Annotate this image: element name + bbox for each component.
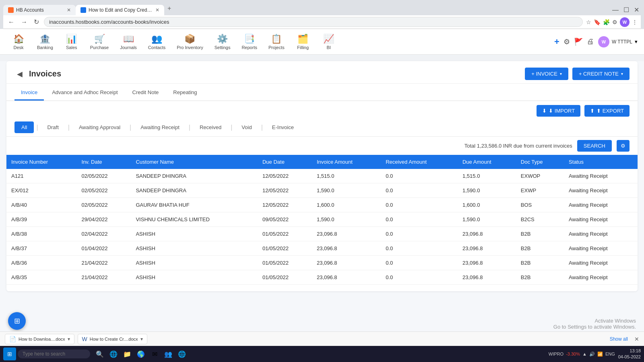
- nav-item-contacts[interactable]: 👥 Contacts: [143, 31, 170, 53]
- header-settings-icon[interactable]: ⚙: [564, 37, 570, 46]
- nav-item-settings[interactable]: ⚙️ Settings: [210, 31, 235, 53]
- tab-close-hb[interactable]: ✕: [67, 7, 71, 13]
- minimize-button[interactable]: —: [611, 6, 620, 14]
- cell-invoice-number: A/B/37: [6, 241, 76, 256]
- bookmark-star-icon[interactable]: ☆: [586, 19, 591, 25]
- status-tab-received[interactable]: Received: [193, 121, 228, 133]
- table-row[interactable]: A/B/36 21/04/2022 ASHISH 01/05/2022 23,0…: [6, 256, 638, 270]
- download-bar-close[interactable]: ✕: [634, 336, 639, 342]
- table-row[interactable]: A/B/37 01/04/2022 ASHISH 01/05/2022 23,0…: [6, 241, 638, 256]
- tab-repeating[interactable]: Repeating: [167, 85, 203, 101]
- header-print-icon[interactable]: 🖨: [587, 37, 594, 46]
- pro-inventory-icon: 📦: [184, 34, 195, 44]
- taskbar-app-folder[interactable]: 📁: [121, 348, 134, 353]
- download-item-1[interactable]: 📄 How to Downloa....docx ▾: [5, 334, 74, 344]
- nav-item-purchase[interactable]: 🛒 Purchase: [85, 31, 114, 53]
- start-button[interactable]: ⊞: [3, 348, 16, 353]
- taskbar-app-widgets[interactable]: 🌐: [107, 348, 120, 353]
- tab-close-active[interactable]: ✕: [155, 7, 159, 13]
- status-tab-awaiting-receipt[interactable]: Awaiting Receipt: [134, 121, 186, 133]
- invoice-button[interactable]: + INVOICE ▾: [525, 68, 568, 80]
- banking-icon: 🏦: [39, 34, 50, 44]
- filter-toolbar: ⬇ ⬇ IMPORT ⬆ ⬆ EXPORT: [6, 101, 638, 118]
- show-all-button[interactable]: Show all: [607, 335, 631, 343]
- nav-item-filling[interactable]: 🗂️ Filling: [291, 31, 315, 53]
- cell-customer-name[interactable]: ASHISH: [131, 241, 258, 256]
- table-row[interactable]: A/B/38 02/04/2022 ASHISH 01/05/2022 23,0…: [6, 227, 638, 241]
- back-nav-button[interactable]: ←: [6, 18, 16, 27]
- cell-customer-name[interactable]: ASHISH: [131, 256, 258, 270]
- sep2: |: [68, 124, 70, 131]
- back-button[interactable]: ◀: [14, 69, 25, 79]
- settings-nav-icon: ⚙️: [217, 34, 228, 44]
- cell-customer-name[interactable]: GAURAV BHATIA HUF: [131, 198, 258, 212]
- nav-item-journals[interactable]: 📖 Journals: [115, 31, 142, 53]
- tab-credit-note[interactable]: Credit Note: [126, 85, 165, 101]
- taskbar-right: WIPRO -3.30% ▲ 🔊 📶 ENG 13:18 04-05-2022: [549, 348, 641, 353]
- cell-inv-date: 21/04/2022: [76, 256, 131, 270]
- forward-nav-button[interactable]: →: [19, 18, 29, 27]
- download-item-2[interactable]: W How to Create Cr....docx ▾: [78, 334, 147, 344]
- cell-due-amount: 1,515.0: [458, 169, 516, 183]
- chat-button[interactable]: ⊞: [8, 312, 26, 330]
- nav-item-banking[interactable]: 🏦 Banking: [32, 31, 58, 53]
- taskbar-search-input[interactable]: [18, 350, 90, 353]
- status-tab-draft[interactable]: Draft: [41, 121, 66, 133]
- nav-item-sales[interactable]: 📊 Sales: [60, 31, 84, 53]
- cell-customer-name[interactable]: ASHISH: [131, 227, 258, 241]
- download-doc-icon-1: 📄: [9, 336, 16, 342]
- table-settings-button[interactable]: ⚙: [617, 140, 630, 152]
- nav-item-bi[interactable]: 📈 BI: [317, 31, 341, 53]
- more-options-icon[interactable]: ⋮: [632, 19, 638, 25]
- maximize-button[interactable]: ☐: [622, 6, 631, 14]
- nav-item-projects[interactable]: 📋 Projects: [264, 31, 289, 53]
- cell-customer-name[interactable]: VISHNU CHEMICALS LIMITED: [131, 212, 258, 227]
- search-button[interactable]: SEARCH: [577, 140, 612, 152]
- browser-tab-hb[interactable]: HB Accounts ✕: [3, 5, 76, 15]
- taskbar-app-edge[interactable]: 🌎: [134, 348, 147, 353]
- table-row[interactable]: EX/012 02/05/2022 SANDEEP DHINGRA 12/05/…: [6, 183, 638, 198]
- cell-inv-date: 02/04/2022: [76, 227, 131, 241]
- header-profile[interactable]: W W TTTPL ▾: [598, 36, 638, 47]
- table-row[interactable]: A/B/39 29/04/2022 VISHNU CHEMICALS LIMIT…: [6, 212, 638, 227]
- browser-actions: ☆ 🔖 🧩 ⚙ W ⋮: [586, 17, 638, 27]
- table-row[interactable]: A/B/35 21/04/2022 ASHISH 01/05/2022 23,0…: [6, 270, 638, 285]
- bookmark-icon[interactable]: 🔖: [594, 19, 601, 25]
- refresh-button[interactable]: ↻: [32, 17, 41, 27]
- status-tab-awaiting-approval[interactable]: Awaiting Approval: [72, 121, 127, 133]
- import-button[interactable]: ⬇ ⬇ IMPORT: [537, 105, 580, 117]
- cell-customer-name[interactable]: ASHISH: [131, 270, 258, 285]
- taskbar-app-mail[interactable]: ✉: [148, 348, 161, 353]
- table-row[interactable]: A121 02/05/2022 SANDEEP DHINGRA 12/05/20…: [6, 169, 638, 183]
- status-tab-einvoice[interactable]: E-Invoice: [265, 121, 301, 133]
- page-title-area: ◀ Invoices: [14, 69, 61, 79]
- close-button[interactable]: ✕: [632, 6, 641, 14]
- browser-tab-active[interactable]: How to Edit and Copy Credit No... ✕: [76, 5, 164, 15]
- taskbar-app-teams[interactable]: 👥: [162, 348, 175, 353]
- tab-favicon-active: [80, 7, 86, 13]
- extension-icon[interactable]: 🧩: [603, 19, 610, 25]
- cell-customer-name[interactable]: SANDEEP DHINGRA: [131, 183, 258, 198]
- new-tab-button[interactable]: +: [164, 2, 174, 14]
- table-row[interactable]: A/B/40 02/05/2022 GAURAV BHATIA HUF 12/0…: [6, 198, 638, 212]
- nav-item-reports[interactable]: 📑 Reports: [237, 31, 262, 53]
- credit-note-button[interactable]: + CREDIT NOTE ▾: [572, 68, 630, 80]
- credit-note-label: + CREDIT NOTE: [579, 71, 619, 77]
- tab-advance[interactable]: Advance and Adhoc Receipt: [45, 85, 124, 101]
- header-flag-icon[interactable]: 🚩: [574, 37, 583, 46]
- download-chevron-2[interactable]: ▾: [140, 336, 143, 342]
- export-button[interactable]: ⬆ ⬆ EXPORT: [584, 105, 630, 117]
- sync-icon[interactable]: ⚙: [612, 19, 617, 25]
- browser-profile[interactable]: W: [620, 17, 630, 27]
- status-tab-void[interactable]: Void: [235, 121, 258, 133]
- add-button[interactable]: +: [554, 37, 559, 47]
- taskbar-app-chrome[interactable]: 🌐: [175, 348, 188, 353]
- cell-customer-name[interactable]: SANDEEP DHINGRA: [131, 169, 258, 183]
- status-tab-all[interactable]: All: [14, 121, 34, 133]
- address-bar[interactable]: inaccounts.hostbooks.com/accounts-books/…: [44, 17, 583, 27]
- tab-invoice[interactable]: Invoice: [14, 85, 44, 101]
- taskbar-app-search[interactable]: 🔍: [93, 348, 106, 353]
- nav-item-pro-inventory[interactable]: 📦 Pro Inventory: [172, 31, 208, 53]
- download-chevron-1[interactable]: ▾: [68, 336, 70, 342]
- nav-item-desk[interactable]: 🏠 Desk: [6, 31, 31, 53]
